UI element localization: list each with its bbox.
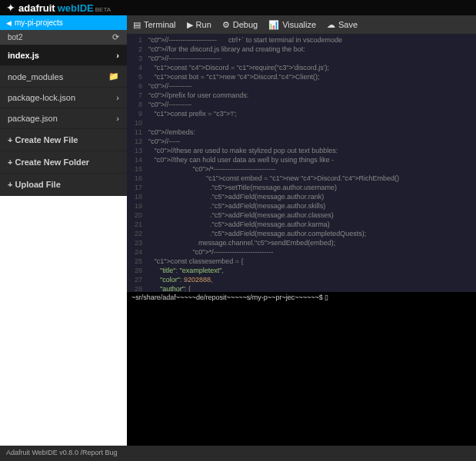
file-item[interactable]: node_modules📁 (0, 66, 127, 88)
logo-icon: ✦ (6, 2, 15, 14)
file-icon: 📁 (108, 71, 119, 81)
toolbar-visualize[interactable]: 📊Visualize (268, 20, 316, 30)
debug-icon: ⚙ (222, 20, 230, 30)
file-name: index.js (8, 51, 39, 60)
toolbar-run[interactable]: ▶Run (187, 20, 211, 30)
sidebar: ◀ my-pi-projects bot2 ⟳ index.js›node_mo… (0, 15, 127, 446)
line-gutter: 1234567891011121314151617181920212223242… (127, 34, 145, 292)
save-icon: ☁ (327, 20, 335, 30)
project-row: bot2 ⟳ (0, 30, 127, 45)
file-icon: › (116, 114, 119, 123)
footer-text[interactable]: Adafruit WebIDE v0.8.0 /Report Bug (6, 449, 117, 456)
sidebar-action[interactable]: + Upload File (0, 174, 127, 196)
file-icon: › (116, 51, 119, 60)
sidebar-empty (0, 196, 127, 446)
file-item[interactable]: package-lock.json› (0, 88, 127, 108)
file-name: package-lock.json (8, 93, 75, 102)
file-name: node_modules (8, 72, 63, 81)
brand-name: adafruit webIDEBETA (18, 2, 111, 14)
code-editor[interactable]: 1234567891011121314151617181920212223242… (127, 34, 476, 292)
file-icon: › (116, 93, 119, 102)
sidebar-action[interactable]: + Create New File (0, 129, 127, 151)
footer: Adafruit WebIDE v0.8.0 /Report Bug (0, 446, 476, 461)
code-content[interactable]: "c0">//--------------------- ctrl+` to s… (145, 34, 476, 292)
toolbar-terminal[interactable]: ▤Terminal (133, 20, 176, 30)
toolbar-save[interactable]: ☁Save (327, 20, 358, 30)
toolbar-debug[interactable]: ⚙Debug (222, 20, 258, 30)
terminal-panel[interactable]: ~sr/share/adaf~~~~~de/reposit~~~~~s/my-p… (127, 292, 476, 446)
file-item[interactable]: index.js› (0, 45, 127, 66)
terminal-icon: ▤ (133, 20, 141, 30)
run-icon: ▶ (187, 20, 193, 30)
terminal-line: ~sr/share/adaf~~~~~de/reposit~~~~~s/my-p… (131, 294, 328, 301)
project-name: bot2 (8, 33, 22, 41)
breadcrumb[interactable]: ◀ my-pi-projects (0, 15, 127, 30)
visualize-icon: 📊 (268, 20, 279, 30)
chevron-left-icon: ◀ (6, 19, 12, 27)
refresh-icon[interactable]: ⟳ (112, 32, 119, 42)
file-item[interactable]: package.json› (0, 108, 127, 129)
sidebar-action[interactable]: + Create New Folder (0, 151, 127, 174)
breadcrumb-label: my-pi-projects (15, 18, 63, 27)
app-header: ✦ adafruit webIDEBETA (0, 0, 476, 15)
main-panel: ▤Terminal▶Run⚙Debug📊Visualize☁Save 12345… (127, 15, 476, 446)
file-name: package.json (8, 114, 58, 123)
toolbar: ▤Terminal▶Run⚙Debug📊Visualize☁Save (127, 15, 476, 34)
